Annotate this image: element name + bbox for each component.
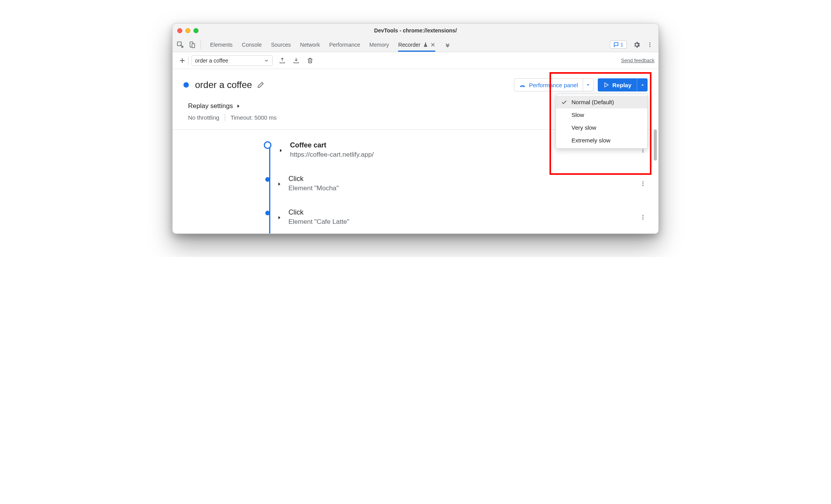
recording-indicator-icon [183,82,189,88]
replay-label: Replay [612,82,631,88]
replay-button: Replay [598,78,648,91]
tab-console[interactable]: Console [242,37,261,52]
issues-count: 1 [621,42,623,47]
window-title: DevTools - chrome://extensions/ [173,27,658,34]
speed-option-label: Normal (Default) [572,99,614,105]
divider [225,114,225,121]
svg-point-3 [650,42,651,44]
step-subtitle: Element "Cafe Latte" [288,218,349,226]
step-more-icon[interactable] [640,208,648,226]
svg-point-7 [643,149,644,151]
devtools-tabstrip: Elements Console Sources Network Perform… [173,37,658,52]
step-title: Click [288,175,339,183]
performance-panel-dropdown[interactable] [583,79,594,91]
step-title: Coffee cart [290,141,374,149]
svg-point-9 [643,181,644,183]
chevron-right-icon [236,104,241,108]
send-feedback-link[interactable]: Send feedback [621,58,655,63]
tab-recorder[interactable]: Recorder [398,37,435,52]
import-icon[interactable] [293,57,300,64]
expand-step-icon[interactable] [277,209,282,226]
timeout-value: Timeout: 5000 ms [231,114,277,121]
titlebar: DevTools - chrome://extensions/ [173,24,658,37]
speed-option-extremely-slow[interactable]: Extremely slow [556,134,647,147]
scrollbar-thumb[interactable] [654,130,657,161]
speed-option-slow[interactable]: Slow [556,108,647,121]
experiment-icon [423,42,428,47]
step-subtitle: https://coffee-cart.netlify.app/ [290,151,374,159]
edit-title-icon[interactable] [257,81,265,89]
tab-sources[interactable]: Sources [271,37,291,52]
delete-icon[interactable] [307,57,314,64]
step-more-icon[interactable] [640,175,648,192]
svg-point-4 [650,44,651,45]
recorder-toolbar: order a coffee Send feedback [173,52,658,69]
export-icon[interactable] [279,57,286,64]
speed-option-very-slow[interactable]: Very slow [556,121,647,134]
svg-point-11 [643,185,644,186]
issues-button[interactable]: 1 [610,41,627,49]
expand-step-icon[interactable] [278,142,283,159]
device-toolbar-icon[interactable] [189,41,196,49]
tab-elements[interactable]: Elements [210,37,232,52]
divider [200,41,201,49]
svg-point-14 [643,218,644,220]
new-recording-button[interactable] [176,57,188,64]
chevron-down-icon [264,58,269,63]
svg-point-5 [650,46,651,47]
step-marker-icon [264,141,271,149]
step-item: Click Element "Mocha" [264,175,648,192]
close-tab-icon[interactable] [431,42,435,47]
speed-option-label: Slow [572,112,584,118]
recording-select[interactable]: order a coffee [192,55,273,66]
step-subtitle: Element "Mocha" [288,184,339,192]
throttling-value: No throttling [188,114,219,121]
expand-step-icon[interactable] [277,176,282,192]
step-title: Click [288,208,349,216]
replay-speed-menu: Normal (Default) Slow Very slow Extremel… [556,94,648,149]
window-controls [177,28,198,33]
close-window-button[interactable] [177,28,182,33]
replay-speed-dropdown[interactable] [637,78,648,91]
minimize-window-button[interactable] [185,28,190,33]
recording-select-value: order a coffee [195,58,228,64]
svg-point-12 [643,215,644,216]
recording-header: order a coffee Performance panel Replay [173,69,658,95]
tab-network[interactable]: Network [300,37,320,52]
svg-point-13 [643,216,644,218]
more-tabs-icon[interactable] [444,42,451,48]
performance-panel-button: Performance panel [514,78,594,91]
performance-panel-label: Performance panel [529,82,578,88]
step-marker-icon [265,177,270,182]
divider [188,56,188,65]
performance-panel-main[interactable]: Performance panel [514,81,583,88]
svg-rect-2 [192,44,195,48]
speed-option-label: Very slow [572,124,596,131]
check-icon [561,99,568,105]
more-options-icon[interactable] [647,41,653,49]
inspect-element-icon[interactable] [176,41,184,49]
replay-main[interactable]: Replay [598,82,637,88]
svg-point-10 [643,183,644,184]
speed-option-normal[interactable]: Normal (Default) [556,96,647,108]
step-marker-icon [265,211,270,215]
step-item: Click Element "Cafe Latte" [264,208,648,226]
svg-point-8 [643,151,644,152]
devtools-window: DevTools - chrome://extensions/ Elements… [172,23,659,234]
recording-title: order a coffee [195,79,252,90]
settings-icon[interactable] [633,41,641,49]
speed-option-label: Extremely slow [572,137,611,144]
tab-performance[interactable]: Performance [329,37,360,52]
fullscreen-window-button[interactable] [193,28,198,33]
tab-memory[interactable]: Memory [370,37,389,52]
